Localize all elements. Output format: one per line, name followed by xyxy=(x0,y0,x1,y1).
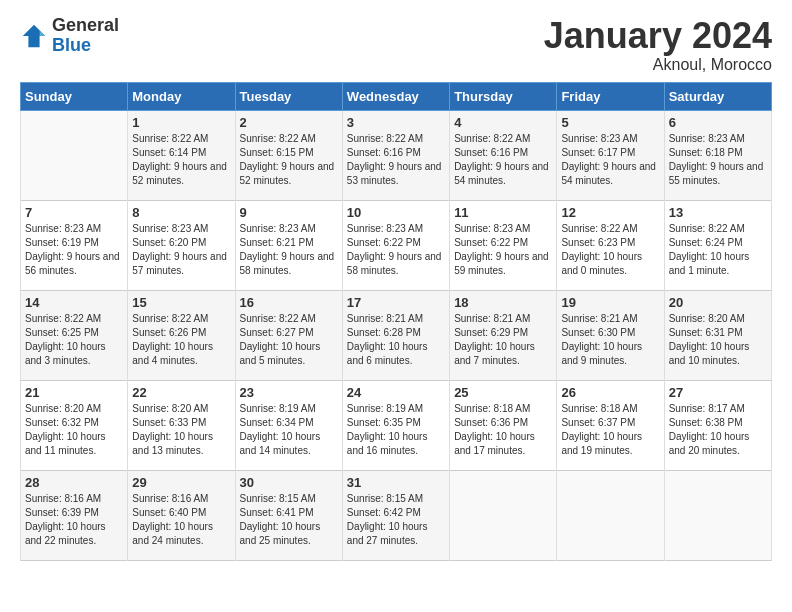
calendar-cell: 30Sunrise: 8:15 AM Sunset: 6:41 PM Dayli… xyxy=(235,470,342,560)
day-number: 8 xyxy=(132,205,230,220)
day-number: 19 xyxy=(561,295,659,310)
cell-details: Sunrise: 8:19 AM Sunset: 6:34 PM Dayligh… xyxy=(240,402,338,458)
day-number: 17 xyxy=(347,295,445,310)
cell-details: Sunrise: 8:22 AM Sunset: 6:14 PM Dayligh… xyxy=(132,132,230,188)
day-number: 4 xyxy=(454,115,552,130)
calendar-cell: 19Sunrise: 8:21 AM Sunset: 6:30 PM Dayli… xyxy=(557,290,664,380)
logo-blue-text: Blue xyxy=(52,36,119,56)
calendar-cell: 22Sunrise: 8:20 AM Sunset: 6:33 PM Dayli… xyxy=(128,380,235,470)
calendar-cell xyxy=(21,110,128,200)
day-number: 25 xyxy=(454,385,552,400)
day-header-wednesday: Wednesday xyxy=(342,82,449,110)
cell-details: Sunrise: 8:22 AM Sunset: 6:24 PM Dayligh… xyxy=(669,222,767,278)
calendar-cell: 3Sunrise: 8:22 AM Sunset: 6:16 PM Daylig… xyxy=(342,110,449,200)
day-number: 12 xyxy=(561,205,659,220)
cell-details: Sunrise: 8:20 AM Sunset: 6:33 PM Dayligh… xyxy=(132,402,230,458)
calendar-cell: 13Sunrise: 8:22 AM Sunset: 6:24 PM Dayli… xyxy=(664,200,771,290)
calendar-cell: 4Sunrise: 8:22 AM Sunset: 6:16 PM Daylig… xyxy=(450,110,557,200)
day-number: 16 xyxy=(240,295,338,310)
day-number: 18 xyxy=(454,295,552,310)
day-header-thursday: Thursday xyxy=(450,82,557,110)
cell-details: Sunrise: 8:15 AM Sunset: 6:41 PM Dayligh… xyxy=(240,492,338,548)
logo-text: General Blue xyxy=(52,16,119,56)
header: General Blue January 2024 Aknoul, Morocc… xyxy=(20,16,772,74)
day-number: 20 xyxy=(669,295,767,310)
title-block: January 2024 Aknoul, Morocco xyxy=(544,16,772,74)
calendar-cell: 10Sunrise: 8:23 AM Sunset: 6:22 PM Dayli… xyxy=(342,200,449,290)
calendar-cell xyxy=(450,470,557,560)
day-number: 27 xyxy=(669,385,767,400)
calendar-cell: 31Sunrise: 8:15 AM Sunset: 6:42 PM Dayli… xyxy=(342,470,449,560)
cell-details: Sunrise: 8:22 AM Sunset: 6:16 PM Dayligh… xyxy=(347,132,445,188)
cell-details: Sunrise: 8:22 AM Sunset: 6:15 PM Dayligh… xyxy=(240,132,338,188)
day-header-saturday: Saturday xyxy=(664,82,771,110)
cell-details: Sunrise: 8:20 AM Sunset: 6:32 PM Dayligh… xyxy=(25,402,123,458)
cell-details: Sunrise: 8:15 AM Sunset: 6:42 PM Dayligh… xyxy=(347,492,445,548)
cell-details: Sunrise: 8:23 AM Sunset: 6:19 PM Dayligh… xyxy=(25,222,123,278)
calendar-cell: 11Sunrise: 8:23 AM Sunset: 6:22 PM Dayli… xyxy=(450,200,557,290)
calendar-cell: 2Sunrise: 8:22 AM Sunset: 6:15 PM Daylig… xyxy=(235,110,342,200)
calendar-cell: 23Sunrise: 8:19 AM Sunset: 6:34 PM Dayli… xyxy=(235,380,342,470)
cell-details: Sunrise: 8:23 AM Sunset: 6:22 PM Dayligh… xyxy=(347,222,445,278)
cell-details: Sunrise: 8:23 AM Sunset: 6:22 PM Dayligh… xyxy=(454,222,552,278)
day-number: 14 xyxy=(25,295,123,310)
cell-details: Sunrise: 8:16 AM Sunset: 6:40 PM Dayligh… xyxy=(132,492,230,548)
cell-details: Sunrise: 8:18 AM Sunset: 6:37 PM Dayligh… xyxy=(561,402,659,458)
calendar-cell: 27Sunrise: 8:17 AM Sunset: 6:38 PM Dayli… xyxy=(664,380,771,470)
cell-details: Sunrise: 8:21 AM Sunset: 6:28 PM Dayligh… xyxy=(347,312,445,368)
day-number: 1 xyxy=(132,115,230,130)
week-row-4: 28Sunrise: 8:16 AM Sunset: 6:39 PM Dayli… xyxy=(21,470,772,560)
cell-details: Sunrise: 8:19 AM Sunset: 6:35 PM Dayligh… xyxy=(347,402,445,458)
cell-details: Sunrise: 8:22 AM Sunset: 6:27 PM Dayligh… xyxy=(240,312,338,368)
calendar-cell: 12Sunrise: 8:22 AM Sunset: 6:23 PM Dayli… xyxy=(557,200,664,290)
calendar-cell: 29Sunrise: 8:16 AM Sunset: 6:40 PM Dayli… xyxy=(128,470,235,560)
day-number: 24 xyxy=(347,385,445,400)
calendar-cell: 8Sunrise: 8:23 AM Sunset: 6:20 PM Daylig… xyxy=(128,200,235,290)
calendar-cell: 16Sunrise: 8:22 AM Sunset: 6:27 PM Dayli… xyxy=(235,290,342,380)
calendar-cell: 15Sunrise: 8:22 AM Sunset: 6:26 PM Dayli… xyxy=(128,290,235,380)
day-number: 3 xyxy=(347,115,445,130)
calendar-title: January 2024 xyxy=(544,16,772,56)
day-number: 7 xyxy=(25,205,123,220)
calendar-cell: 5Sunrise: 8:23 AM Sunset: 6:17 PM Daylig… xyxy=(557,110,664,200)
calendar-cell: 25Sunrise: 8:18 AM Sunset: 6:36 PM Dayli… xyxy=(450,380,557,470)
calendar-cell: 6Sunrise: 8:23 AM Sunset: 6:18 PM Daylig… xyxy=(664,110,771,200)
day-number: 26 xyxy=(561,385,659,400)
cell-details: Sunrise: 8:21 AM Sunset: 6:29 PM Dayligh… xyxy=(454,312,552,368)
day-number: 30 xyxy=(240,475,338,490)
day-number: 29 xyxy=(132,475,230,490)
logo-icon xyxy=(20,22,48,50)
calendar-cell: 21Sunrise: 8:20 AM Sunset: 6:32 PM Dayli… xyxy=(21,380,128,470)
calendar-cell: 26Sunrise: 8:18 AM Sunset: 6:37 PM Dayli… xyxy=(557,380,664,470)
week-row-3: 21Sunrise: 8:20 AM Sunset: 6:32 PM Dayli… xyxy=(21,380,772,470)
calendar-cell xyxy=(557,470,664,560)
cell-details: Sunrise: 8:23 AM Sunset: 6:17 PM Dayligh… xyxy=(561,132,659,188)
cell-details: Sunrise: 8:20 AM Sunset: 6:31 PM Dayligh… xyxy=(669,312,767,368)
day-number: 2 xyxy=(240,115,338,130)
day-header-monday: Monday xyxy=(128,82,235,110)
calendar-cell: 1Sunrise: 8:22 AM Sunset: 6:14 PM Daylig… xyxy=(128,110,235,200)
cell-details: Sunrise: 8:22 AM Sunset: 6:25 PM Dayligh… xyxy=(25,312,123,368)
day-number: 15 xyxy=(132,295,230,310)
cell-details: Sunrise: 8:22 AM Sunset: 6:23 PM Dayligh… xyxy=(561,222,659,278)
calendar-cell: 9Sunrise: 8:23 AM Sunset: 6:21 PM Daylig… xyxy=(235,200,342,290)
day-number: 31 xyxy=(347,475,445,490)
calendar-table: SundayMondayTuesdayWednesdayThursdayFrid… xyxy=(20,82,772,561)
calendar-cell: 24Sunrise: 8:19 AM Sunset: 6:35 PM Dayli… xyxy=(342,380,449,470)
cell-details: Sunrise: 8:16 AM Sunset: 6:39 PM Dayligh… xyxy=(25,492,123,548)
day-number: 23 xyxy=(240,385,338,400)
day-number: 6 xyxy=(669,115,767,130)
week-row-0: 1Sunrise: 8:22 AM Sunset: 6:14 PM Daylig… xyxy=(21,110,772,200)
day-number: 10 xyxy=(347,205,445,220)
day-number: 28 xyxy=(25,475,123,490)
logo-general-text: General xyxy=(52,16,119,36)
calendar-cell: 17Sunrise: 8:21 AM Sunset: 6:28 PM Dayli… xyxy=(342,290,449,380)
day-number: 5 xyxy=(561,115,659,130)
cell-details: Sunrise: 8:22 AM Sunset: 6:26 PM Dayligh… xyxy=(132,312,230,368)
day-header-friday: Friday xyxy=(557,82,664,110)
cell-details: Sunrise: 8:17 AM Sunset: 6:38 PM Dayligh… xyxy=(669,402,767,458)
page: General Blue January 2024 Aknoul, Morocc… xyxy=(0,0,792,612)
day-header-sunday: Sunday xyxy=(21,82,128,110)
cell-details: Sunrise: 8:23 AM Sunset: 6:18 PM Dayligh… xyxy=(669,132,767,188)
day-header-tuesday: Tuesday xyxy=(235,82,342,110)
